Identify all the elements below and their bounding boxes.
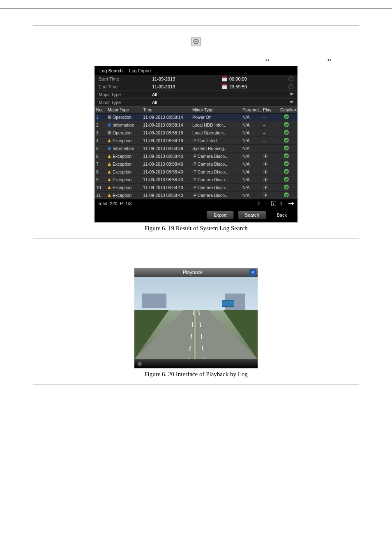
table-row[interactable]: 3Operation11-09-2013 08:58:18Local Opera… [95,129,297,137]
page-prev-button[interactable]: ‹ [264,201,269,206]
cell-no: 8 [96,169,108,174]
export-button[interactable]: Export [207,211,234,219]
cell-details [276,192,297,198]
details-icon[interactable] [284,185,289,190]
end-time-label: End Time [99,84,152,89]
back-button[interactable]: Back [270,211,293,219]
cell-details [276,153,297,159]
page-last-button[interactable]: ›| [279,201,284,206]
chevron-down-icon[interactable] [289,92,293,97]
table-row[interactable]: 1Operation11-09-2013 08:58:14Power OnN/A… [95,113,297,121]
play-none: – [263,123,265,127]
calendar-icon[interactable] [222,84,227,89]
play-icon[interactable] [263,192,268,197]
start-date-input[interactable]: 11-09-2013 [152,76,222,81]
table-row[interactable]: 8Exception11-09-2013 08:58:40IP Camera D… [95,168,297,176]
severity-icon [108,139,111,142]
chevron-down-icon[interactable] [289,100,293,104]
table-row[interactable]: 7Exception11-09-2013 08:58:40IP Camera D… [95,160,297,168]
details-icon[interactable] [284,138,289,143]
cell-minor: IP Camera Disco... [192,185,242,190]
sort-caret-icon [294,109,297,111]
start-time-input[interactable]: 00:00:00 [229,76,247,81]
cell-major: Information [108,146,143,151]
cell-param: N/A [242,146,263,151]
cell-time: 11-09-2013 08:58:40 [143,177,192,182]
details-icon[interactable] [284,169,289,174]
details-icon[interactable] [284,161,289,166]
cell-no: 9 [96,177,108,182]
table-row[interactable]: 5Information11-09-2013 08:58:39System Ru… [95,145,297,153]
cell-param: N/A [242,177,263,182]
table-row[interactable]: 9Exception11-09-2013 08:58:40IP Camera D… [95,176,297,184]
details-icon[interactable] [284,122,289,127]
details-icon[interactable] [284,146,289,150]
play-icon[interactable] [263,169,268,174]
details-icon[interactable] [284,153,289,158]
cell-minor: IP Camera Disco... [192,162,242,166]
cell-play [263,153,276,159]
cell-play [263,185,276,190]
cell-param: N/A [242,115,263,120]
play-icon[interactable] [263,185,268,190]
cell-param: N/A [242,193,263,198]
play-icon[interactable] [263,177,268,182]
details-icon[interactable] [284,130,289,135]
play-none: – [263,146,265,151]
cell-time: 11-09-2013 08:58:14 [143,115,192,120]
quote-open: “ [265,57,270,67]
cell-no: 10 [96,185,108,190]
cell-no: 3 [96,130,108,135]
search-button[interactable]: Search [238,211,266,219]
severity-icon [108,162,111,166]
cell-minor: IP Conflicted [192,138,242,143]
details-icon[interactable] [284,192,289,197]
go-arrow-icon[interactable] [288,201,294,206]
cell-major: Information [108,123,143,127]
table-row[interactable]: 2Information11-09-2013 08:58:14Local HDD… [95,121,297,129]
play-icon[interactable] [263,153,268,158]
total-count: Total: 220 [98,201,118,206]
cell-minor: Power On [192,115,242,120]
paging-bar: Total: 220 P: 1/3 |‹ ‹ › ›| [95,199,297,208]
details-icon[interactable] [284,177,289,182]
table-row[interactable]: 6Exception11-09-2013 08:58:40IP Camera D… [95,153,297,160]
cell-param: N/A [242,123,263,127]
playback-toolbar-icon [191,37,201,46]
table-row[interactable]: 11Exception11-09-2013 08:58:40IP Camera … [95,192,297,199]
cell-time: 11-09-2013 08:58:40 [143,185,192,190]
table-row[interactable]: 10Exception11-09-2013 08:58:40IP Camera … [95,184,297,192]
figure-caption-2: Figure 6. 20 Interface of Playback by Lo… [49,371,343,378]
minor-type-select[interactable]: All [152,100,222,105]
col-major: Major Type [108,107,143,112]
page-next-button[interactable]: › [271,201,276,206]
tab-log-search[interactable]: Log Search [99,68,122,73]
cell-minor: IP Camera Disco... [192,154,242,159]
tab-log-export[interactable]: Log Export [129,68,151,73]
play-icon[interactable] [263,161,268,166]
severity-icon [108,147,111,150]
page-first-button[interactable]: |‹ [256,201,261,206]
calendar-icon[interactable] [222,76,227,81]
cell-param: N/A [242,169,263,174]
cell-major: Exception [108,177,143,182]
close-icon[interactable]: ✕ [249,269,256,276]
cell-minor: System Running... [192,146,242,151]
cell-param: N/A [242,130,263,135]
details-icon[interactable] [284,114,289,119]
col-no: No. [96,107,108,112]
cell-param: N/A [242,162,263,166]
clock-icon[interactable] [288,76,293,81]
cell-no: 7 [96,162,108,166]
cell-minor: IP Camera Disco... [192,193,242,198]
playback-viewport[interactable] [134,277,258,359]
end-date-input[interactable]: 11-09-2013 [152,84,222,89]
playback-control-icon[interactable] [138,362,142,366]
table-row[interactable]: 4Exception11-09-2013 08:58:19IP Conflict… [95,137,297,145]
severity-icon [108,123,111,127]
col-param: Paramet... [242,107,263,112]
clock-icon[interactable] [288,84,293,89]
cell-time: 11-09-2013 08:58:40 [143,169,192,174]
major-type-select[interactable]: All [152,92,222,97]
end-time-input[interactable]: 23:59:59 [229,84,247,89]
